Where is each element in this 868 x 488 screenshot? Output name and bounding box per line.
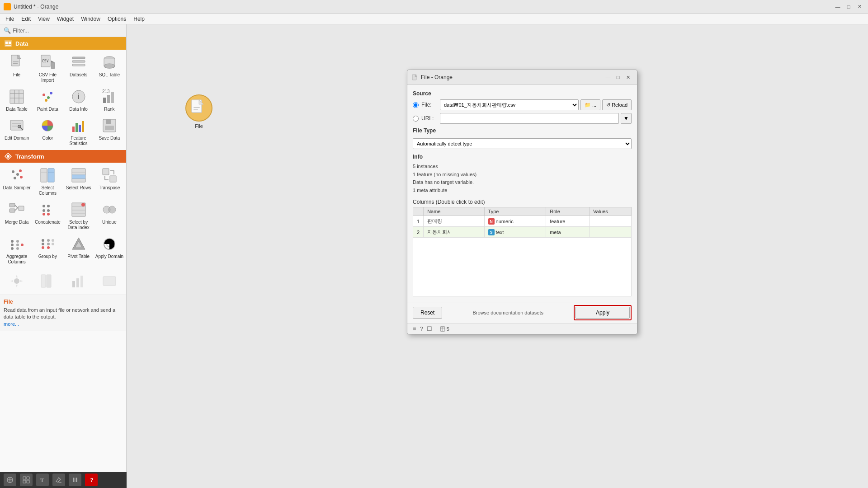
- reload-button[interactable]: ↺ Reload: [602, 99, 632, 110]
- widget-settings[interactable]: [2, 270, 32, 293]
- merge-icon: [8, 201, 26, 219]
- widget-savedata[interactable]: Save Data: [94, 115, 124, 148]
- widget-file-label: File: [13, 72, 20, 78]
- apply-button[interactable]: Apply: [576, 307, 630, 319]
- widget-color[interactable]: Color: [33, 115, 62, 148]
- dialog-maximize-button[interactable]: □: [613, 73, 623, 82]
- widget-selectidx[interactable]: Select by Data Index: [64, 199, 94, 232]
- dialog-body: Source File: data₩01_자동차회사판매량.csv 📁 ...: [407, 85, 637, 302]
- apply-button-wrapper: Apply: [574, 305, 632, 320]
- svg-rect-40: [106, 119, 111, 124]
- widget-rank[interactable]: 213 Rank: [94, 86, 124, 114]
- svg-point-42: [7, 155, 9, 158]
- browse-button[interactable]: 📁 ...: [580, 99, 600, 110]
- menu-view[interactable]: View: [34, 15, 53, 23]
- help-status-icon[interactable]: ?: [420, 325, 423, 332]
- widget-extra3[interactable]: [64, 270, 94, 293]
- col-header-role: Role: [546, 207, 590, 216]
- url-radio[interactable]: [413, 116, 419, 122]
- menu-widget[interactable]: Widget: [53, 15, 77, 23]
- widget-editdomain[interactable]: Edit Domain: [2, 115, 32, 148]
- maximize-button[interactable]: □: [844, 2, 854, 12]
- widget-concat-label: Concatenate: [35, 220, 61, 225]
- widget-pivot[interactable]: Pivot Table: [64, 233, 94, 267]
- dialog-minimize-button[interactable]: —: [604, 73, 613, 82]
- reset-button[interactable]: Reset: [413, 307, 442, 319]
- dialog-titlebar: File - Orange — □ ✕: [407, 70, 637, 85]
- widget-featstats[interactable]: Feature Statistics: [64, 115, 94, 148]
- url-label: URL:: [421, 115, 437, 122]
- svg-point-66: [42, 213, 45, 216]
- aggcols-icon: [8, 235, 26, 253]
- widget-extra4[interactable]: [94, 270, 124, 293]
- svg-text:i: i: [77, 93, 79, 100]
- widget-sqltable[interactable]: SQL Table: [94, 52, 124, 85]
- svg-point-23: [45, 99, 47, 102]
- url-input[interactable]: [440, 113, 619, 124]
- taskbar-pause-button[interactable]: [69, 474, 81, 486]
- svg-point-86: [47, 243, 50, 245]
- widget-color-label: Color: [42, 136, 53, 141]
- datasets-icon: [70, 53, 88, 71]
- widget-selectcols[interactable]: Select Columns: [33, 164, 62, 198]
- widget-transpose[interactable]: Transpose: [94, 164, 124, 198]
- svg-point-83: [42, 243, 44, 245]
- svg-point-85: [47, 239, 50, 242]
- widget-merge[interactable]: Merge Data: [2, 199, 32, 232]
- info-icon: i: [70, 88, 88, 106]
- filter-input[interactable]: [13, 28, 123, 34]
- widget-extra2[interactable]: [33, 270, 62, 293]
- taskbar-help-button[interactable]: ?: [85, 474, 98, 486]
- dialog-close-button[interactable]: ✕: [623, 73, 632, 82]
- row1-role: feature: [546, 216, 590, 227]
- widget-datatable[interactable]: Data Table: [2, 86, 32, 114]
- category-transform[interactable]: Transform: [0, 150, 126, 163]
- menu-help[interactable]: Help: [130, 15, 148, 23]
- menu-status-icon[interactable]: ≡: [413, 325, 416, 332]
- info-label: Info: [413, 154, 632, 160]
- browse-docs-link[interactable]: Browse documentation datasets: [472, 310, 543, 315]
- extra4-icon: [100, 272, 118, 290]
- minimize-button[interactable]: —: [833, 2, 843, 12]
- svg-rect-116: [76, 478, 78, 482]
- widget-groupby[interactable]: Group by: [33, 233, 62, 267]
- widget-paintdata[interactable]: Paint Data: [33, 86, 62, 114]
- category-data[interactable]: Data: [0, 37, 126, 50]
- sidebar-info-panel: File Read data from an input file or net…: [0, 295, 126, 331]
- info-line-3: Data has no target variable.: [413, 178, 632, 187]
- taskbar-layout-button[interactable]: [20, 474, 33, 486]
- widget-unique[interactable]: Unique: [94, 199, 124, 232]
- url-go-button[interactable]: ▼: [621, 113, 632, 124]
- file-radio-row: File: data₩01_자동차회사판매량.csv 📁 ... ↺: [413, 99, 632, 110]
- menu-file[interactable]: File: [2, 15, 18, 23]
- widget-csv[interactable]: CSV CSV File Import: [33, 52, 62, 85]
- menu-edit[interactable]: Edit: [18, 15, 34, 23]
- svg-rect-98: [103, 277, 116, 286]
- file-dropdown[interactable]: data₩01_자동차회사판매량.csv: [440, 99, 579, 110]
- widget-aggcols[interactable]: Aggregate Columns: [2, 233, 32, 267]
- widget-selectrows[interactable]: Select Rows: [64, 164, 94, 198]
- close-button[interactable]: ✕: [854, 2, 864, 12]
- taskbar-text-button[interactable]: T: [36, 474, 49, 486]
- widget-unique-label: Unique: [102, 220, 117, 225]
- filetype-dropdown[interactable]: Automatically detect type: [413, 138, 632, 149]
- widget-applydomain[interactable]: Apply Domain: [94, 233, 124, 267]
- row1-type-badge: N numeric: [488, 218, 514, 225]
- widget-sampler[interactable]: Data Sampler: [2, 164, 32, 198]
- columns-row-2[interactable]: 2 자동차회사 S text meta: [413, 227, 632, 238]
- widget-selectidx-label: Select by Data Index: [65, 220, 93, 230]
- taskbar-edit-button[interactable]: [52, 474, 65, 486]
- columns-table: Name Type Role Values 1 판매량: [413, 207, 632, 296]
- menu-window[interactable]: Window: [77, 15, 104, 23]
- columns-row-1[interactable]: 1 판매량 N numeric feature: [413, 216, 632, 227]
- widget-datainfo[interactable]: i Data Info: [64, 86, 94, 114]
- search-icon: 🔍: [4, 27, 11, 34]
- widget-file[interactable]: File: [2, 52, 32, 85]
- menu-options[interactable]: Options: [104, 15, 130, 23]
- file-radio[interactable]: [413, 102, 419, 108]
- sidebar-more-link[interactable]: more...: [4, 321, 19, 327]
- report-status-icon[interactable]: ☐: [427, 325, 432, 332]
- taskbar-new-button[interactable]: [4, 474, 16, 486]
- widget-concat[interactable]: Concatenate: [33, 199, 62, 232]
- widget-datasets[interactable]: Datasets: [64, 52, 94, 85]
